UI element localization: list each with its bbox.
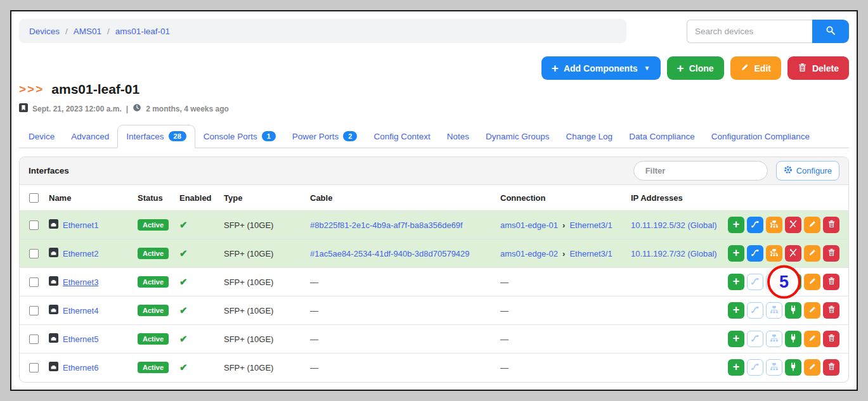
trace-cable-button[interactable] — [747, 359, 763, 376]
row-checkbox[interactable] — [29, 306, 39, 315]
trace-cable-button[interactable] — [747, 302, 763, 319]
age-text: 2 months, 4 weeks ago — [146, 105, 229, 113]
interface-link[interactable]: Ethernet4 — [63, 306, 98, 315]
ip-address-link[interactable]: 10.11.192.5/32 — [631, 220, 685, 230]
delete-interface-button[interactable] — [823, 331, 839, 347]
select-all-checkbox[interactable] — [29, 193, 39, 203]
tab-notes[interactable]: Notes — [439, 126, 477, 148]
lan-disconnect-button[interactable] — [766, 245, 782, 262]
connect-cable-button[interactable] — [785, 359, 801, 376]
clear-connection-button[interactable] — [785, 217, 801, 233]
plus-icon: + — [733, 304, 740, 315]
cable-link[interactable]: #8b225f81-2e1c-4b9a-af7f-ba8a356de69f — [310, 220, 463, 230]
breadcrumb-device[interactable]: ams01-leaf-01 — [115, 27, 170, 36]
edit-button[interactable]: Edit — [730, 56, 781, 80]
connection-port-link[interactable]: Ethernet3/1 — [569, 220, 612, 230]
trace-cable-button[interactable] — [747, 217, 763, 233]
tab-advanced[interactable]: Advanced — [63, 126, 117, 148]
tab-interfaces[interactable]: Interfaces28 — [117, 125, 195, 148]
add-ip-button[interactable]: + — [728, 331, 744, 347]
table-row: Ethernet3 Active ✔ SFP+ (10GE) — — + 5 — [20, 268, 848, 296]
plug-icon — [789, 305, 798, 316]
add-components-button[interactable]: + Add Components ▼ — [541, 56, 661, 80]
configure-button[interactable]: Configure — [776, 161, 839, 181]
add-ip-button[interactable]: + — [728, 274, 744, 290]
edit-interface-button[interactable] — [804, 274, 820, 290]
delete-interface-button[interactable] — [823, 302, 839, 319]
edit-interface-button[interactable] — [804, 302, 820, 319]
ethernet-interface-icon — [49, 248, 58, 259]
lan-disconnect-button[interactable] — [766, 217, 782, 233]
connection-empty: — — [500, 306, 508, 315]
tab-change-log[interactable]: Change Log — [558, 126, 621, 148]
tab-config-context[interactable]: Config Context — [365, 126, 438, 148]
pencil-icon — [808, 220, 817, 230]
tab-dynamic-groups[interactable]: Dynamic Groups — [477, 126, 558, 148]
lan-icon — [770, 305, 779, 316]
tab-configuration-compliance[interactable]: Configuration Compliance — [703, 126, 818, 148]
trace-icon — [751, 277, 760, 288]
add-ip-button[interactable]: + — [728, 302, 744, 319]
interface-link[interactable]: Ethernet6 — [63, 363, 98, 372]
interface-link[interactable]: Ethernet3 — [63, 277, 98, 287]
row-checkbox[interactable] — [29, 249, 39, 258]
lan-button[interactable] — [766, 331, 782, 347]
row-checkbox[interactable] — [29, 277, 39, 287]
table-row: Ethernet1 Active ✔ SFP+ (10GE) #8b225f81… — [20, 211, 848, 239]
add-ip-button[interactable]: + — [728, 359, 744, 376]
add-ip-button[interactable]: + — [728, 245, 744, 262]
search-input[interactable] — [687, 20, 812, 43]
row-checkbox[interactable] — [29, 363, 39, 372]
trash-icon — [827, 334, 836, 344]
status-badge: Active — [138, 248, 169, 259]
delete-interface-button[interactable] — [823, 359, 839, 376]
delete-interface-button[interactable] — [823, 245, 839, 262]
delete-interface-button[interactable] — [823, 274, 839, 290]
plus-icon: + — [733, 333, 740, 344]
edit-interface-button[interactable] — [804, 331, 820, 347]
edit-interface-button[interactable] — [804, 245, 820, 262]
interface-link[interactable]: Ethernet5 — [63, 334, 98, 344]
lan-button[interactable] — [766, 302, 782, 319]
connect-cable-button[interactable] — [785, 302, 801, 319]
row-checkbox[interactable] — [29, 334, 39, 344]
clone-button[interactable]: + Clone — [667, 56, 724, 80]
status-badge: Active — [138, 305, 169, 316]
ip-address-link[interactable]: 10.11.192.7/32 — [631, 249, 685, 258]
trace-cable-button[interactable] — [747, 245, 763, 262]
interfaces-panel: Interfaces Configure Name Status Enabled — [19, 156, 849, 383]
trace-cable-button[interactable] — [747, 274, 763, 290]
breadcrumb-site[interactable]: AMS01 — [74, 27, 101, 36]
clock-icon — [133, 103, 141, 114]
enabled-check-icon: ✔ — [179, 219, 188, 230]
edit-interface-button[interactable] — [804, 359, 820, 376]
meta-separator: | — [126, 105, 128, 113]
delete-interface-button[interactable] — [823, 217, 839, 233]
interface-link[interactable]: Ethernet2 — [63, 249, 98, 258]
ip-scope: (Global) — [687, 220, 716, 230]
cable-link[interactable]: #1ac5ae84-2534-41df-940b-3d8d70579429 — [310, 249, 470, 258]
lan-button[interactable] — [766, 359, 782, 376]
search-icon — [826, 25, 836, 37]
trace-cable-button[interactable] — [747, 331, 763, 347]
filter-input[interactable] — [633, 161, 768, 181]
connection-port-link[interactable]: Ethernet3/1 — [569, 249, 612, 258]
connection-device-link[interactable]: ams01-edge-02 — [500, 249, 558, 258]
delete-button[interactable]: Delete — [787, 56, 849, 80]
breadcrumb-devices[interactable]: Devices — [29, 27, 60, 36]
status-badge: Active — [138, 219, 169, 231]
connection-device-link[interactable]: ams01-edge-01 — [500, 220, 558, 230]
tab-data-compliance[interactable]: Data Compliance — [621, 126, 703, 148]
row-checkbox[interactable] — [29, 220, 39, 230]
clear-connection-button[interactable] — [785, 245, 801, 262]
enabled-check-icon: ✔ — [179, 305, 188, 315]
interface-link[interactable]: Ethernet1 — [63, 220, 98, 230]
tab-power-ports[interactable]: Power Ports2 — [284, 125, 366, 148]
search-button[interactable] — [812, 20, 849, 43]
lan-disconnect-icon — [770, 220, 779, 231]
tab-console-ports[interactable]: Console Ports1 — [195, 125, 284, 148]
connect-cable-button[interactable] — [785, 331, 801, 347]
edit-interface-button[interactable] — [804, 217, 820, 233]
tab-device[interactable]: Device — [20, 126, 63, 148]
add-ip-button[interactable]: + — [728, 217, 744, 233]
